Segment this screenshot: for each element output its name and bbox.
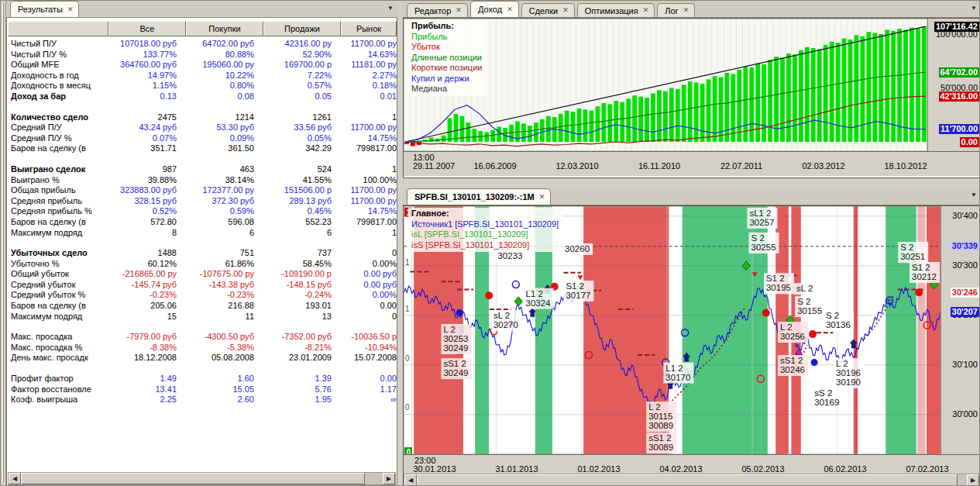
sell-marker-icon xyxy=(762,309,770,317)
table-cell: 0 xyxy=(341,248,397,259)
svg-text:sL 2: sL 2 xyxy=(796,284,813,293)
price-badge: 30'000 xyxy=(951,409,979,419)
scroll-right-icon[interactable]: ▶ xyxy=(967,474,979,486)
x-tick-label: 29.11.2007 xyxy=(413,161,455,171)
table-cell: 0.00 xyxy=(341,301,397,312)
table-cell: 107018.00 руб xyxy=(108,39,186,50)
svg-text:sS1 2: sS1 2 xyxy=(648,433,671,443)
trade-label: sL 230270 xyxy=(491,310,521,331)
row-label: Чистый П/У % xyxy=(8,50,108,60)
tab-list-dropdown-icon[interactable]: ▼ xyxy=(387,5,394,12)
svg-text:30255: 30255 xyxy=(751,243,776,252)
column-header[interactable]: Продажи xyxy=(263,21,341,36)
table-cell: 195060.00 ру xyxy=(186,60,263,71)
close-icon[interactable]: ✕ xyxy=(643,7,649,14)
x-tick-label: 07.02.2013 xyxy=(906,464,948,474)
tab-2[interactable]: Доход✕ xyxy=(470,1,519,17)
price-plot[interactable]: S 230233sL1 23026530260L1 230324S1 23017… xyxy=(404,206,940,454)
tab-3[interactable]: Сделки✕ xyxy=(521,3,575,17)
tab-list-dropdown-icon[interactable]: ▼ xyxy=(971,192,977,198)
close-icon[interactable]: ✕ xyxy=(456,7,462,14)
price-badge: 30'100 xyxy=(951,360,979,370)
tab-list-dropdown-icon[interactable]: ▼ xyxy=(971,5,977,12)
table-cell: 351.71 xyxy=(108,143,186,154)
table-cell: -4300.50 руб xyxy=(186,332,263,343)
row-label: Доход за бар xyxy=(8,91,108,102)
tab-instrument-label: SPFB.SI_130101_130209:-:1M xyxy=(414,192,535,202)
close-icon[interactable]: ✕ xyxy=(67,6,74,13)
close-icon[interactable]: ✕ xyxy=(562,7,569,14)
column-header[interactable]: Покупки xyxy=(186,21,263,36)
svg-text:L 2: L 2 xyxy=(648,402,661,412)
row-label: Средняя прибыль xyxy=(8,196,108,207)
row-label: Средний убыток xyxy=(8,280,108,291)
table-cell: 6 xyxy=(186,228,263,239)
scrollbar-thumb[interactable] xyxy=(417,474,958,486)
equity-plot[interactable]: Прибыль:ПрибыльУбытокДлинные позицииКоро… xyxy=(404,19,927,151)
table-cell: 14.97% xyxy=(108,71,186,81)
table-cell: -216865.00 ру xyxy=(108,269,186,280)
column-header[interactable]: Рынок xyxy=(341,21,397,36)
horizontal-splitter[interactable] xyxy=(403,178,980,188)
table-cell: 205.06 xyxy=(108,301,186,312)
row-label: Чистый П/У xyxy=(8,39,108,50)
table-cell: 0.05 xyxy=(263,91,341,102)
table-cell: 58.45% xyxy=(263,259,341,270)
table-row: Баров на сделку (в205.06216.88193.010.00 xyxy=(8,301,397,312)
table-row: Убыточных сдело14887517370 xyxy=(8,248,397,259)
table-row: Средний убыток-145.74 руб-143.38 руб-148… xyxy=(8,280,397,291)
row-label: Максимум подряд xyxy=(8,228,108,239)
table-row: Максимум подряд1511130 xyxy=(8,312,397,322)
table-cell: 1 xyxy=(341,164,397,175)
tab-5[interactable]: Лог✕ xyxy=(657,3,695,17)
table-cell: 14.75% xyxy=(341,133,397,144)
column-header[interactable]: Все xyxy=(108,21,186,36)
table-cell: 2.25 xyxy=(108,395,186,405)
svg-text:S1 2: S1 2 xyxy=(912,263,930,272)
tab-1[interactable]: Редактор✕ xyxy=(407,3,468,17)
results-hscrollbar[interactable]: ◀ ▶ xyxy=(8,472,396,485)
table-cell: 11700.00 ру xyxy=(341,185,397,196)
table-cell: 463 xyxy=(186,164,263,175)
tab-label: Оптимизация xyxy=(585,6,638,16)
trade-label: sS1 230089 xyxy=(646,433,676,453)
table-cell: -8.38% xyxy=(108,343,186,353)
table-cell: 6 xyxy=(263,228,341,239)
table-cell: 596.08 xyxy=(186,217,263,228)
table-cell: 14.75% xyxy=(341,206,397,217)
table-cell: 799817.00 xyxy=(341,143,397,154)
svg-text:L1 2: L1 2 xyxy=(665,364,683,373)
row-label: Макс. просадка xyxy=(8,332,108,343)
scrollbar-thumb[interactable] xyxy=(21,473,365,484)
table-row: Баров на сделку (в351.71361.50342.297998… xyxy=(8,143,397,154)
svg-text:30233: 30233 xyxy=(497,251,522,260)
scroll-right-icon[interactable]: ▶ xyxy=(383,473,395,484)
close-icon[interactable]: ✕ xyxy=(539,194,545,201)
svg-text:0: 0 xyxy=(407,448,411,454)
close-icon[interactable]: ✕ xyxy=(507,6,513,13)
table-cell: -0.23% xyxy=(186,290,263,301)
close-icon[interactable]: ✕ xyxy=(683,7,689,14)
tab-results[interactable]: Результаты ✕ xyxy=(10,1,79,17)
table-cell: 42316.00 ру xyxy=(263,39,341,50)
table-cell: -7979.00 руб xyxy=(108,332,186,343)
column-header[interactable] xyxy=(8,21,108,36)
sell-marker-icon xyxy=(485,291,493,299)
table-cell: 39.88% xyxy=(108,175,186,186)
vertical-splitter[interactable] xyxy=(397,1,403,486)
left-edge-grip[interactable] xyxy=(1,1,6,485)
scroll-left-icon[interactable]: ◀ xyxy=(9,473,21,484)
table-row: Доход за бар0.130.080.050.01 xyxy=(8,91,397,102)
svg-text:30265: 30265 xyxy=(534,217,559,226)
scroll-left-icon[interactable]: ◀ xyxy=(404,474,417,486)
table-cell: 0.80% xyxy=(186,81,263,91)
tab-instrument[interactable]: SPFB.SI_130101_130209:-:1M ✕ xyxy=(407,188,551,205)
table-cell: 524 xyxy=(263,164,341,175)
table-cell: 15.07.2008 xyxy=(341,353,397,364)
row-label: Выиграно сделок xyxy=(8,164,108,175)
row-label: Общий убыток xyxy=(8,269,108,280)
row-label: Средний П/У xyxy=(8,122,108,133)
table-row: Фактор восстановле13.4115.055.761.17 xyxy=(8,384,397,395)
chart-hscrollbar[interactable]: ◀ ▶ xyxy=(404,474,980,486)
tab-4[interactable]: Оптимизация✕ xyxy=(577,3,655,17)
